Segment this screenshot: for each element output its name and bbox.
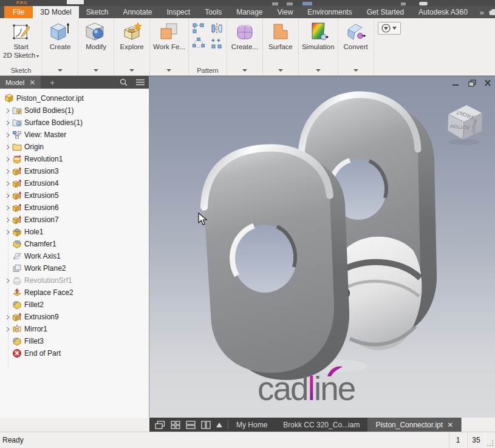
graphics-viewport[interactable]: FRONT BOTTOM RIGHT cadline (149, 76, 495, 418)
feature-tree: Piston_Connector.iptSolid Bodies(1)Surfa… (0, 89, 149, 418)
ribbon-button-simulation[interactable]: Simulation (301, 20, 336, 66)
tree-item-hole1[interactable]: Hole1 (0, 226, 149, 238)
tree-item-end-of-part[interactable]: End of Part (0, 347, 149, 359)
doc-tab-brokk-cc-320-co-iam[interactable]: Brokk CC 320_Co...iam (275, 418, 367, 432)
menu-tab-view[interactable]: View (270, 6, 301, 18)
add-browser-tab-button[interactable]: ＋ (41, 77, 63, 88)
menu-tab-get-started[interactable]: Get Started (360, 6, 411, 18)
overflow-chevrons-icon[interactable]: » (480, 8, 484, 17)
dropdown-caret-icon[interactable] (316, 69, 321, 72)
tree-item-revolution1[interactable]: Revolution1 (0, 153, 149, 165)
tree-item-chamfer1[interactable]: Chamfer1 (0, 238, 149, 250)
expand-arrow-icon[interactable] (4, 144, 12, 150)
browser-tab-model[interactable]: Model ✕ (0, 76, 41, 89)
tree-item-work-plane2[interactable]: Work Plane2 (0, 262, 149, 274)
expand-arrow-icon[interactable] (4, 181, 12, 186)
tile-windows-icon[interactable] (171, 421, 180, 429)
tree-item-label: Piston_Connector.ipt (16, 94, 84, 103)
tile-horizontal-icon[interactable] (186, 421, 196, 429)
ribbon-button-convert[interactable]: Convert (340, 20, 372, 66)
expand-arrow-icon[interactable] (4, 229, 12, 235)
dropdown-caret-icon[interactable] (353, 69, 358, 72)
expand-arrow-icon[interactable] (4, 120, 12, 126)
dropdown-caret-icon[interactable] (278, 69, 283, 72)
ribbon-appearance-button[interactable] (378, 22, 401, 35)
search-icon[interactable] (115, 78, 132, 86)
mirror-pattern-icon[interactable] (209, 21, 225, 36)
close-doc-tab-icon[interactable]: ✕ (447, 421, 453, 429)
dropdown-caret-icon[interactable]: ▾ (36, 53, 39, 59)
menu-tab-inspect[interactable]: Inspect (159, 6, 197, 18)
tree-item-solid-bodies-1[interactable]: Solid Bodies(1) (0, 104, 149, 117)
ribbon-tab-bar: File3D ModelSketchAnnotateInspectToolsMa… (0, 6, 495, 18)
tree-item-work-axis1[interactable]: Work Axis1 (0, 250, 149, 262)
rectangular-pattern-icon[interactable] (191, 21, 207, 36)
ribbon-button-label: Work Fe... (153, 43, 185, 52)
tree-item-extrusion4[interactable]: Extrusion4 (0, 177, 149, 189)
ribbon-group-work-fe: Work Fe... (150, 18, 189, 75)
tile-vertical-icon[interactable] (201, 421, 211, 429)
tree-item-mirror1[interactable]: Mirror1 (0, 323, 149, 335)
tree-item-extrusion6[interactable]: Extrusion6 (0, 202, 149, 214)
tree-item-surface-bodies-1[interactable]: Surface Bodies(1) (0, 117, 149, 129)
expand-arrow-icon[interactable] (4, 157, 12, 162)
menu-tab-file[interactable]: File (4, 6, 33, 18)
expand-arrow-icon[interactable] (4, 327, 12, 332)
tree-item-extrusion9[interactable]: Extrusion9 (0, 311, 149, 323)
expand-arrow-icon[interactable] (4, 132, 12, 138)
front-lug (204, 148, 349, 380)
tree-item-view-master[interactable]: View: Master (0, 129, 149, 141)
expand-tabs-icon[interactable] (216, 423, 222, 427)
revolution-icon (12, 154, 22, 164)
ribbon-button-work-fe[interactable]: Work Fe... (152, 20, 186, 66)
doc-tab-piston-connector-ipt[interactable]: Piston_Connector.ipt✕ (367, 418, 461, 432)
menu-tab-autodesk-a360[interactable]: Autodesk A360 (411, 6, 475, 18)
tree-item-revolutionsrf1[interactable]: RevolutionSrf1 (0, 274, 149, 287)
tree-item-origin[interactable]: Origin (0, 141, 149, 153)
tree-item-replace-face2[interactable]: Replace Face2 (0, 287, 149, 299)
sketch-driven-pattern-icon[interactable] (209, 36, 225, 51)
resize-grip[interactable] (485, 432, 495, 448)
expand-arrow-icon[interactable] (4, 169, 12, 174)
dropdown-caret-icon[interactable] (242, 69, 247, 72)
tree-item-piston-connector-ipt[interactable]: Piston_Connector.ipt (0, 92, 149, 104)
tree-item-fillet3[interactable]: Fillet3 (0, 335, 149, 347)
browser-menu-icon[interactable] (132, 79, 149, 86)
ribbon-button-create[interactable]: Create... (229, 20, 261, 66)
tree-item-fillet2[interactable]: Fillet2 (0, 299, 149, 311)
a360-cloud-icon[interactable] (489, 9, 495, 16)
dropdown-caret-icon[interactable] (129, 69, 134, 72)
menu-tab-annotate[interactable]: Annotate (115, 6, 159, 18)
dropdown-caret-icon[interactable] (58, 69, 63, 72)
tree-item-extrusion3[interactable]: Extrusion3 (0, 165, 149, 177)
menu-tab-3d-model[interactable]: 3D Model (33, 6, 78, 18)
expand-arrow-icon[interactable] (4, 217, 12, 223)
expand-arrow-icon[interactable] (4, 205, 12, 211)
menu-tab-environments[interactable]: Environments (300, 6, 359, 18)
view-cube[interactable]: FRONT BOTTOM RIGHT (439, 95, 490, 148)
dropdown-caret-icon[interactable] (94, 69, 98, 72)
cascade-windows-icon[interactable] (155, 421, 165, 429)
menu-tab-sketch[interactable]: Sketch (79, 6, 116, 18)
expand-arrow-icon[interactable] (4, 278, 12, 283)
ribbon-button-modify[interactable]: Modify (80, 20, 112, 66)
circular-pattern-icon[interactable] (191, 36, 207, 51)
status-message: Ready (0, 432, 449, 448)
menu-tab-manage[interactable]: Manage (229, 6, 270, 18)
ribbon-button-label: Create (50, 43, 71, 52)
expand-arrow-icon[interactable] (4, 193, 12, 199)
ribbon-button-surface[interactable]: Surface (265, 20, 296, 66)
menu-tab-tools[interactable]: Tools (197, 6, 229, 18)
expand-arrow-icon[interactable] (4, 108, 12, 114)
create-icon (49, 21, 71, 42)
expand-arrow-icon[interactable] (4, 314, 12, 320)
ribbon-button-explore[interactable]: Explore (116, 20, 148, 66)
solid-bodies-icon (12, 106, 22, 115)
ribbon-button-create[interactable]: Create (44, 20, 76, 66)
ribbon-button-start-2d-sketch[interactable]: Start 2D Sketch▾ (2, 20, 40, 66)
tree-item-extrusion5[interactable]: Extrusion5 (0, 189, 149, 202)
tree-item-extrusion7[interactable]: Extrusion7 (0, 214, 149, 226)
close-browser-tab-icon[interactable]: ✕ (29, 79, 35, 86)
dropdown-caret-icon[interactable] (166, 69, 171, 72)
doc-tab-my-home[interactable]: My Home (228, 418, 275, 432)
